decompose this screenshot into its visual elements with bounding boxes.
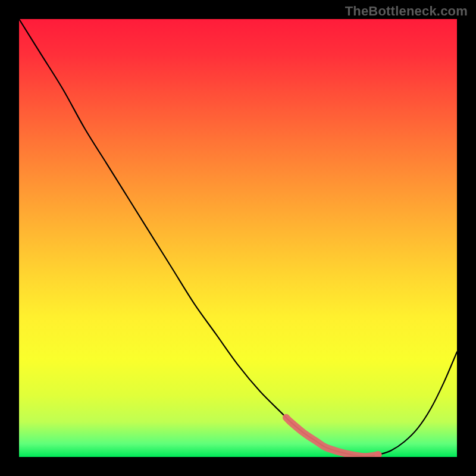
bottleneck-curve <box>19 19 457 456</box>
chart-svg <box>19 19 457 457</box>
highlight-segment <box>286 418 378 457</box>
watermark-label: TheBottleneck.com <box>345 4 468 19</box>
chart-container: TheBottleneck.com <box>0 0 476 476</box>
plot-area <box>19 19 457 457</box>
